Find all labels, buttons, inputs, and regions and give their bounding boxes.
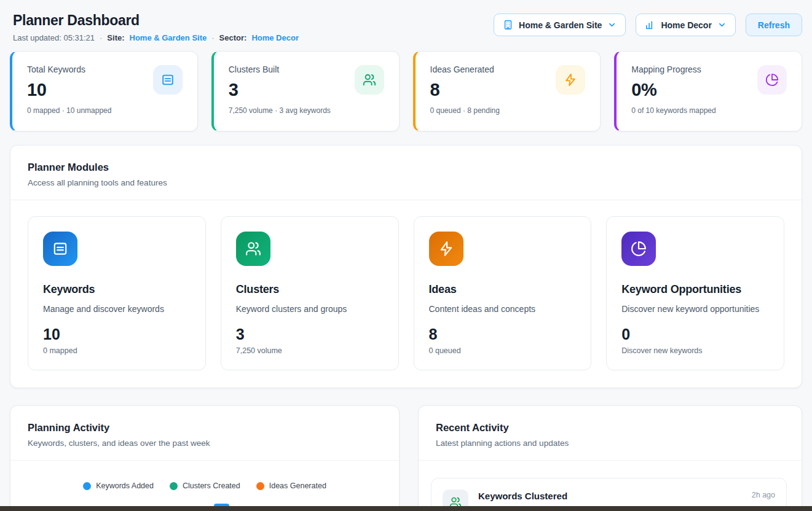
module-tile-keywords[interactable]: Keywords Manage and discover keywords 10… [28, 216, 206, 370]
sector-label: Sector: [219, 33, 247, 42]
module-sub: 0 queued [429, 346, 577, 355]
meta-separator: · [211, 33, 214, 42]
planner-modules-card: Planner Modules Access all planning tool… [10, 145, 802, 388]
module-value: 8 [429, 326, 577, 343]
legend-label: Ideas Generated [269, 482, 326, 490]
stat-card-clusters-built: Clusters Built 3 7,250 volume · 3 avg ke… [211, 51, 400, 131]
module-value: 0 [621, 326, 769, 343]
stat-sub: 0 mapped · 10 unmapped [27, 106, 183, 115]
chevron-down-icon [717, 20, 727, 29]
planner-dashboard-page: Planner Dashboard Last updated: 05:31:21… [0, 0, 812, 511]
header-left: Planner Dashboard Last updated: 05:31:21… [13, 9, 299, 42]
document-icon [153, 65, 183, 95]
sector-dropdown[interactable]: Home Decor [636, 14, 735, 36]
stat-card-mapping-progress: Mapping Progress 0% 0 of 10 keywords map… [614, 51, 802, 131]
planning-activity-header: Planning Activity Keywords, clusters, an… [10, 406, 399, 461]
building-icon [503, 20, 513, 30]
chevron-down-icon [607, 20, 617, 29]
site-link[interactable]: Home & Garden Site [130, 33, 207, 42]
module-title: Clusters [236, 283, 384, 296]
bottom-bar [0, 506, 812, 511]
sector-dropdown-label: Home Decor [661, 20, 711, 30]
planner-modules-header: Planner Modules Access all planning tool… [10, 146, 802, 200]
module-sub: 0 mapped [43, 346, 191, 355]
legend-dot-green [170, 482, 178, 490]
activity-timestamp: 2h ago [752, 491, 775, 499]
module-sub: 7,250 volume [236, 346, 384, 355]
module-sub: Discover new keywords [621, 346, 769, 355]
planning-activity-card: Planning Activity Keywords, clusters, an… [10, 405, 400, 511]
stat-card-ideas-generated: Ideas Generated 8 0 queued · 8 pending [413, 51, 601, 131]
stat-sub: 0 of 10 keywords mapped [631, 106, 787, 115]
document-icon [43, 232, 77, 266]
module-description: Keyword clusters and groups [236, 304, 384, 314]
section-subtitle: Keywords, clusters, and ideas over the p… [28, 439, 382, 448]
section-title: Recent Activity [436, 422, 784, 434]
legend-label: Clusters Created [183, 482, 240, 490]
modules-grid: Keywords Manage and discover keywords 10… [10, 200, 802, 388]
header-meta: Last updated: 05:31:21 · Site: Home & Ga… [13, 33, 299, 42]
module-title: Ideas [429, 283, 577, 296]
sector-link[interactable]: Home Decor [251, 33, 299, 42]
legend-item-clusters-created[interactable]: Clusters Created [170, 482, 240, 490]
pie-chart-icon [621, 232, 656, 266]
stat-card-total-keywords: Total Keywords 10 0 mapped · 10 unmapped [10, 51, 198, 131]
meta-separator: · [100, 33, 102, 42]
pie-chart-icon [757, 65, 787, 95]
stat-sub: 0 queued · 8 pending [430, 106, 586, 115]
stats-row: Total Keywords 10 0 mapped · 10 unmapped… [10, 51, 802, 131]
zap-icon [556, 65, 585, 95]
last-updated-text: Last updated: 05:31:21 [13, 33, 95, 42]
section-title: Planning Activity [28, 422, 382, 434]
recent-activity-header: Recent Activity Latest planning actions … [419, 406, 802, 461]
page-header: Planner Dashboard Last updated: 05:31:21… [10, 9, 802, 42]
page-title: Planner Dashboard [13, 12, 299, 29]
module-tile-ideas[interactable]: Ideas Content ideas and concepts 8 0 que… [414, 216, 592, 370]
module-title: Keywords [43, 283, 191, 296]
module-description: Content ideas and concepts [429, 304, 577, 314]
legend-dot-blue [83, 482, 91, 490]
chart-legend: Keywords Added Clusters Created Ideas Ge… [19, 482, 390, 490]
site-dropdown[interactable]: Home & Garden Site [494, 14, 626, 36]
refresh-button[interactable]: Refresh [746, 14, 802, 36]
module-value: 3 [236, 326, 384, 343]
activity-chart: Keywords Added Clusters Created Ideas Ge… [10, 461, 399, 511]
bar-chart-icon [645, 20, 655, 30]
legend-item-keywords-added[interactable]: Keywords Added [83, 482, 154, 490]
bottom-row: Planning Activity Keywords, clusters, an… [10, 405, 802, 511]
users-icon [236, 232, 270, 266]
module-title: Keyword Opportunities [621, 283, 769, 296]
module-description: Discover new keyword opportunities [621, 304, 769, 314]
legend-label: Keywords Added [96, 482, 154, 490]
stat-sub: 7,250 volume · 3 avg keywords [229, 106, 384, 115]
module-description: Manage and discover keywords [43, 304, 191, 314]
module-value: 10 [43, 326, 191, 343]
activity-title: Keywords Clustered [478, 491, 567, 501]
recent-activity-list: Keywords Clustered 3 new clusters create… [419, 461, 802, 511]
legend-dot-orange [256, 482, 264, 490]
section-subtitle: Access all planning tools and features [28, 178, 784, 187]
site-label: Site: [107, 33, 124, 42]
users-icon [355, 65, 384, 95]
module-tile-keyword-opportunities[interactable]: Keyword Opportunities Discover new keywo… [606, 216, 784, 370]
zap-icon [429, 232, 463, 266]
module-tile-clusters[interactable]: Clusters Keyword clusters and groups 3 7… [221, 216, 399, 370]
section-title: Planner Modules [28, 162, 784, 173]
section-subtitle: Latest planning actions and updates [436, 439, 784, 448]
recent-activity-card: Recent Activity Latest planning actions … [418, 405, 802, 511]
legend-item-ideas-generated[interactable]: Ideas Generated [256, 482, 326, 490]
header-controls: Home & Garden Site Home Decor Refresh [494, 14, 802, 36]
site-dropdown-label: Home & Garden Site [519, 20, 602, 30]
